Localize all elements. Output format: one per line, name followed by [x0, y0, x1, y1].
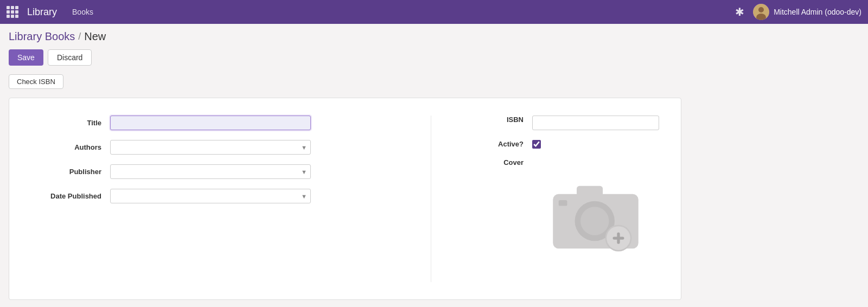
breadcrumb: Library Books / New [9, 30, 859, 43]
cover-label: Cover [453, 158, 524, 167]
publisher-select[interactable] [110, 164, 311, 179]
date-published-select[interactable] [110, 189, 311, 203]
svg-point-6 [580, 207, 609, 235]
topbar: Library Books ✱ Mitchell Admin (odoo-dev… [0, 0, 868, 24]
title-row: Title [31, 116, 387, 130]
action-bar: Save Discard [9, 49, 859, 66]
cover-row: Cover [453, 158, 659, 272]
publisher-select-wrapper: ▼ [110, 164, 311, 179]
form-right: ISBN Active? Cover [453, 116, 659, 282]
active-checkbox[interactable] [532, 140, 541, 149]
active-row: Active? [453, 140, 659, 149]
publisher-label: Publisher [31, 168, 101, 176]
debug-icon[interactable]: ✱ [735, 5, 744, 18]
nav-books[interactable]: Books [68, 5, 98, 18]
app-name: Library [27, 7, 57, 18]
upload-cover-button[interactable] [541, 169, 650, 261]
isbn-label: ISBN [453, 116, 524, 124]
active-label: Active? [453, 140, 524, 148]
form-divider [431, 116, 431, 282]
avatar [753, 4, 769, 20]
page-wrapper: Library Books / New Save Discard Check I… [0, 24, 868, 307]
isbn-input[interactable] [532, 116, 659, 130]
save-button[interactable]: Save [9, 49, 43, 66]
date-published-wrapper: ▼ [110, 189, 311, 203]
user-menu[interactable]: Mitchell Admin (odoo-dev) [753, 4, 861, 20]
publisher-row: Publisher ▼ [31, 164, 387, 179]
user-name: Mitchell Admin (odoo-dev) [774, 8, 861, 16]
svg-rect-11 [617, 233, 620, 244]
discard-button[interactable]: Discard [48, 49, 92, 66]
breadcrumb-library-books[interactable]: Library Books [9, 30, 75, 43]
isbn-row: ISBN [453, 116, 659, 130]
cover-image-area[interactable] [532, 158, 659, 272]
grid-menu-icon[interactable] [7, 6, 18, 18]
form-left: Title Authors ▼ Publisher [31, 116, 409, 282]
svg-rect-7 [559, 200, 567, 206]
svg-point-1 [758, 7, 764, 12]
svg-rect-4 [577, 186, 603, 196]
date-published-label: Date Published [31, 192, 101, 200]
authors-label: Authors [31, 143, 101, 151]
authors-row: Authors ▼ [31, 140, 387, 155]
toolbar-bar: Check ISBN [9, 74, 859, 89]
check-isbn-button[interactable]: Check ISBN [9, 74, 63, 89]
breadcrumb-current: New [84, 30, 106, 43]
title-label: Title [31, 119, 101, 127]
authors-select[interactable] [110, 140, 311, 155]
title-input[interactable] [110, 116, 311, 130]
date-published-row: Date Published ▼ [31, 189, 387, 203]
authors-select-wrapper: ▼ [110, 140, 311, 155]
breadcrumb-separator: / [78, 31, 81, 42]
form-card: Title Authors ▼ Publisher [9, 98, 681, 300]
